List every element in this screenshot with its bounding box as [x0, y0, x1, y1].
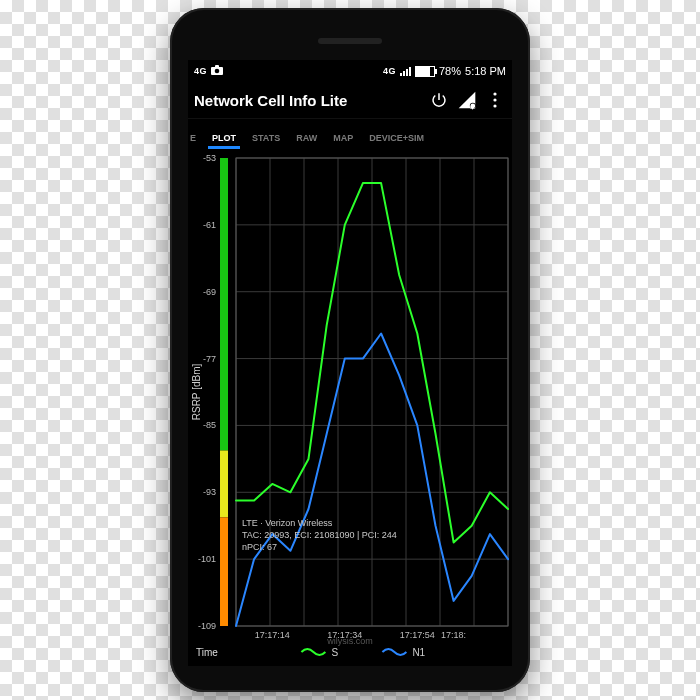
signal-chart: -53-61-69-77-85-93-101-10917:17:1417:17:… — [188, 152, 512, 666]
svg-text:-53: -53 — [203, 153, 216, 163]
svg-rect-9 — [220, 517, 228, 626]
svg-text:nPCI: 67: nPCI: 67 — [242, 542, 277, 552]
svg-text:LTE · Verizon Wireless: LTE · Verizon Wireless — [242, 518, 333, 528]
tab-device-sim[interactable]: DEVICE+SIM — [361, 133, 432, 149]
svg-rect-7 — [220, 158, 228, 451]
svg-point-5 — [493, 98, 496, 101]
svg-text:-61: -61 — [203, 220, 216, 230]
svg-text:-101: -101 — [198, 554, 216, 564]
svg-text:-69: -69 — [203, 287, 216, 297]
svg-point-2 — [215, 69, 220, 74]
battery-icon — [415, 66, 435, 77]
svg-text:Time: Time — [196, 647, 218, 658]
battery-percent: 78% — [439, 65, 461, 77]
tab-stats[interactable]: STATS — [244, 133, 288, 149]
svg-text:-109: -109 — [198, 621, 216, 631]
svg-text:wilysis.com: wilysis.com — [326, 636, 373, 646]
svg-point-6 — [493, 104, 496, 107]
overflow-menu-icon[interactable] — [484, 89, 506, 111]
signal-settings-icon[interactable] — [456, 89, 478, 111]
svg-text:N1: N1 — [412, 647, 425, 658]
power-icon[interactable] — [428, 89, 450, 111]
clock: 5:18 PM — [465, 65, 506, 77]
svg-text:RSRP [dBm]: RSRP [dBm] — [191, 364, 202, 421]
camera-icon — [211, 65, 224, 77]
svg-text:17:17:14: 17:17:14 — [255, 630, 290, 640]
svg-text:17:17:54: 17:17:54 — [400, 630, 435, 640]
svg-text:TAC: 20993, ECI: 21081090 | PC: TAC: 20993, ECI: 21081090 | PCI: 244 — [242, 530, 397, 540]
svg-text:-93: -93 — [203, 487, 216, 497]
plot-area[interactable]: -53-61-69-77-85-93-101-10917:17:1417:17:… — [188, 152, 512, 666]
network-4g-icon: 4G — [194, 66, 207, 76]
svg-rect-1 — [215, 65, 219, 68]
app-title: Network Cell Info Lite — [194, 92, 422, 109]
tab-map[interactable]: MAP — [325, 133, 361, 149]
status-bar: 4G 4G 78% 5:18 PM — [188, 60, 512, 82]
svg-text:S: S — [331, 647, 338, 658]
network-4g-icon-right: 4G — [383, 66, 396, 76]
svg-text:-85: -85 — [203, 420, 216, 430]
screen: 4G 4G 78% 5:18 PM Network Cell Info Lite — [188, 60, 512, 666]
svg-point-4 — [493, 92, 496, 95]
svg-text:17:18:: 17:18: — [441, 630, 466, 640]
svg-text:-77: -77 — [203, 354, 216, 364]
tab-bar: E PLOT STATS RAW MAP DEVICE+SIM — [188, 119, 512, 149]
tab-gauge-clip[interactable]: E — [188, 133, 204, 149]
phone-frame: 4G 4G 78% 5:18 PM Network Cell Info Lite — [170, 8, 530, 692]
signal-icon — [400, 66, 411, 76]
action-bar: Network Cell Info Lite — [188, 82, 512, 119]
phone-speaker — [318, 38, 382, 44]
tab-raw[interactable]: RAW — [288, 133, 325, 149]
svg-rect-8 — [220, 451, 228, 518]
tab-plot[interactable]: PLOT — [204, 133, 244, 149]
